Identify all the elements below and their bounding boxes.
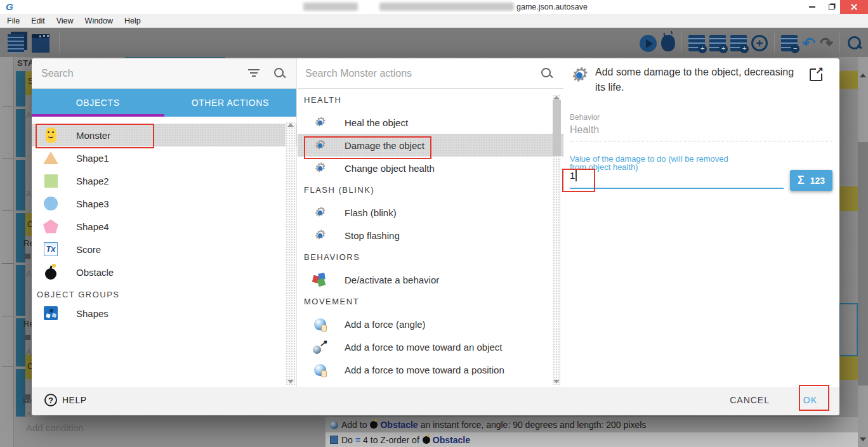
gear-icon xyxy=(313,116,326,129)
add-sub-event-icon xyxy=(709,35,726,51)
circle-icon xyxy=(44,197,58,211)
action-row-change-health[interactable]: Change object health xyxy=(298,157,563,179)
event-action-row: Add to Obstacle an instant force, angle:… xyxy=(326,417,858,432)
expression-editor-button[interactable]: Σ 123 xyxy=(790,170,832,191)
scrollbar-thumb xyxy=(858,142,868,385)
scroll-up-icon xyxy=(287,123,294,127)
bomb-icon xyxy=(423,436,430,444)
menu-view[interactable]: View xyxy=(51,16,79,25)
event-condition-bar xyxy=(16,213,25,262)
cancel-button[interactable]: CANCEL xyxy=(730,395,770,405)
tab-other-actions[interactable]: OTHER ACTIONS xyxy=(164,89,297,117)
object-row-shape2[interactable]: Shape2 xyxy=(32,169,297,192)
object-row-shape4[interactable]: Shape4 xyxy=(32,215,297,238)
add-condition-row: Add condition xyxy=(15,417,326,447)
section-header-movement: MOVEMENT xyxy=(298,291,563,313)
occluded-text: A xyxy=(26,347,32,357)
gear-icon xyxy=(313,206,326,219)
object-list-scrollbar[interactable] xyxy=(286,122,296,385)
add-condition-link: Add condition xyxy=(26,422,84,433)
section-header-flash: FLASH (BLINK) xyxy=(298,179,563,201)
gear-icon xyxy=(570,66,589,85)
object-group-icon xyxy=(44,306,58,320)
preview-icon xyxy=(640,35,657,52)
search-events-icon xyxy=(846,35,863,51)
delete-event-icon xyxy=(781,35,798,51)
sigma-icon: Σ xyxy=(798,174,805,187)
action-row-damage[interactable]: Damage the object xyxy=(298,134,563,157)
action-row-flash[interactable]: Flash (blink) xyxy=(298,201,563,224)
close-button[interactable] xyxy=(840,0,868,14)
action-row-force-toward-object[interactable]: Add a force to move toward an object xyxy=(298,335,563,358)
filter-icon[interactable] xyxy=(248,69,260,78)
undo-icon: ↶ xyxy=(802,35,815,51)
search-icon[interactable] xyxy=(541,67,553,80)
event-action-row: Do = 4 to Z-order of Obstacle xyxy=(326,432,858,447)
object-search-input[interactable] xyxy=(32,68,248,79)
dialog-footer: ? HELP CANCEL OK xyxy=(32,387,839,415)
triangle-icon xyxy=(43,152,58,164)
action-row-stop-flashing[interactable]: Stop flashing xyxy=(298,224,563,247)
scroll-up-icon xyxy=(553,96,560,100)
force-icon xyxy=(314,318,326,330)
object-list: Monster Shape1 Shape2 Shape3 Shape4 xyxy=(32,117,297,387)
action-description: Add some damage to the object, decreasin… xyxy=(595,65,802,95)
action-row-add-force-angle[interactable]: Add a force (angle) xyxy=(298,313,563,335)
action-search-input[interactable] xyxy=(298,68,541,79)
event-header-strip xyxy=(839,186,858,211)
action-row-deactivate-behavior[interactable]: De/activate a behavior xyxy=(298,268,563,291)
damage-value-input[interactable] xyxy=(570,170,784,181)
help-button[interactable]: ? HELP xyxy=(44,394,87,406)
square-icon xyxy=(44,174,58,188)
scrollbar-thumb[interactable] xyxy=(553,100,561,156)
scroll-up-icon xyxy=(860,74,866,77)
action-list-scrollbar[interactable] xyxy=(553,94,561,385)
event-header-strip xyxy=(839,356,858,380)
event-condition-bar xyxy=(16,109,25,157)
minimize-button[interactable] xyxy=(803,0,821,14)
ok-button[interactable]: OK xyxy=(803,395,817,405)
section-header-health: HEALTH xyxy=(298,89,563,111)
object-row-obstacle[interactable]: Obstacle xyxy=(32,261,297,283)
screen: G game.json.autosave File Edit View Wind… xyxy=(0,0,868,447)
damage-value-label: Value of the damage to do (will be remov… xyxy=(570,155,736,171)
action-row-heal[interactable]: Heal the object xyxy=(298,111,563,134)
scroll-down-icon xyxy=(860,437,866,441)
occluded-text: A xyxy=(26,269,32,278)
menu-file[interactable]: File xyxy=(0,16,25,25)
redacted-text-block xyxy=(379,3,514,11)
object-row-shape3[interactable]: Shape3 xyxy=(32,192,297,215)
search-icon[interactable] xyxy=(273,67,286,80)
open-in-new-icon[interactable] xyxy=(810,68,822,81)
event-header-strip xyxy=(839,71,858,89)
menu-help[interactable]: Help xyxy=(119,16,147,25)
object-row-score[interactable]: Tx Score xyxy=(32,238,297,261)
object-groups-header: OBJECT GROUPS xyxy=(32,283,297,302)
object-search-row xyxy=(32,58,296,89)
add-event-icon xyxy=(688,35,705,51)
input-underline xyxy=(570,188,784,189)
action-list: HEALTH Heal the object Damage the object… xyxy=(298,89,563,385)
object-row-shape1[interactable]: Shape1 xyxy=(32,146,297,169)
force-toward-object-icon xyxy=(313,340,327,354)
scene-editor-icon xyxy=(32,34,49,53)
menu-edit[interactable]: Edit xyxy=(25,16,51,25)
event-condition-bar xyxy=(16,369,25,417)
occluded-text: A xyxy=(26,110,32,120)
action-row-force-toward-position[interactable]: Add a force to move toward a position xyxy=(298,358,563,381)
menu-window[interactable]: Window xyxy=(79,16,119,25)
text-object-icon: Tx xyxy=(44,242,58,256)
restore-button[interactable] xyxy=(822,0,840,14)
menu-bar: File Edit View Window Help xyxy=(0,14,868,28)
object-row-monster[interactable]: Monster xyxy=(32,124,297,146)
actions-panel: HEALTH Heal the object Damage the object… xyxy=(298,58,563,387)
tab-objects[interactable]: OBJECTS xyxy=(32,89,164,117)
occluded-text: A xyxy=(26,189,32,198)
toolbar: + ↶ ↷ xyxy=(0,28,868,57)
object-row-shapes-group[interactable]: Shapes xyxy=(32,302,297,325)
action-search-row xyxy=(298,58,563,89)
bomb-icon xyxy=(45,268,56,280)
toolbar-separator xyxy=(59,33,60,53)
action-row-partial[interactable] xyxy=(298,381,563,385)
objects-panel: OBJECTS OTHER ACTIONS Monster Shape1 Sha… xyxy=(32,58,297,387)
